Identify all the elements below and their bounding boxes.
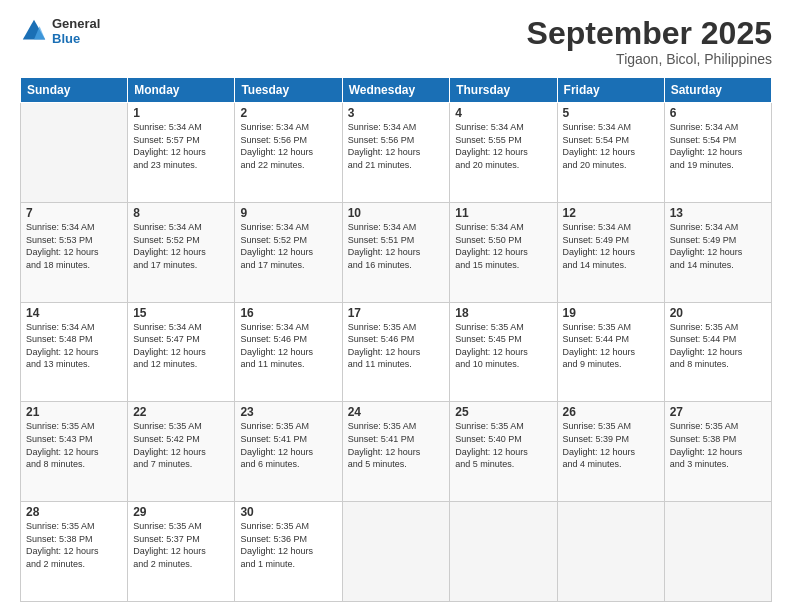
calendar-cell: 21Sunrise: 5:35 AM Sunset: 5:43 PM Dayli… (21, 402, 128, 502)
day-info: Sunrise: 5:34 AM Sunset: 5:47 PM Dayligh… (133, 321, 229, 371)
calendar-cell: 5Sunrise: 5:34 AM Sunset: 5:54 PM Daylig… (557, 103, 664, 203)
calendar-cell: 16Sunrise: 5:34 AM Sunset: 5:46 PM Dayli… (235, 302, 342, 402)
calendar-cell: 15Sunrise: 5:34 AM Sunset: 5:47 PM Dayli… (128, 302, 235, 402)
day-info: Sunrise: 5:34 AM Sunset: 5:48 PM Dayligh… (26, 321, 122, 371)
day-info: Sunrise: 5:35 AM Sunset: 5:44 PM Dayligh… (563, 321, 659, 371)
day-number: 8 (133, 206, 229, 220)
calendar-cell: 19Sunrise: 5:35 AM Sunset: 5:44 PM Dayli… (557, 302, 664, 402)
calendar-week-row: 7Sunrise: 5:34 AM Sunset: 5:53 PM Daylig… (21, 202, 772, 302)
day-info: Sunrise: 5:34 AM Sunset: 5:52 PM Dayligh… (133, 221, 229, 271)
day-number: 25 (455, 405, 551, 419)
calendar-cell: 18Sunrise: 5:35 AM Sunset: 5:45 PM Dayli… (450, 302, 557, 402)
logo-icon (20, 17, 48, 45)
day-info: Sunrise: 5:34 AM Sunset: 5:46 PM Dayligh… (240, 321, 336, 371)
calendar-cell: 17Sunrise: 5:35 AM Sunset: 5:46 PM Dayli… (342, 302, 450, 402)
day-number: 15 (133, 306, 229, 320)
day-info: Sunrise: 5:35 AM Sunset: 5:46 PM Dayligh… (348, 321, 445, 371)
day-info: Sunrise: 5:35 AM Sunset: 5:45 PM Dayligh… (455, 321, 551, 371)
day-number: 27 (670, 405, 766, 419)
day-info: Sunrise: 5:35 AM Sunset: 5:41 PM Dayligh… (240, 420, 336, 470)
day-number: 30 (240, 505, 336, 519)
day-number: 29 (133, 505, 229, 519)
calendar-cell: 27Sunrise: 5:35 AM Sunset: 5:38 PM Dayli… (664, 402, 771, 502)
calendar-cell: 11Sunrise: 5:34 AM Sunset: 5:50 PM Dayli… (450, 202, 557, 302)
day-number: 20 (670, 306, 766, 320)
day-info: Sunrise: 5:34 AM Sunset: 5:49 PM Dayligh… (670, 221, 766, 271)
header: General Blue September 2025 Tigaon, Bico… (20, 16, 772, 67)
day-info: Sunrise: 5:35 AM Sunset: 5:42 PM Dayligh… (133, 420, 229, 470)
calendar-cell: 12Sunrise: 5:34 AM Sunset: 5:49 PM Dayli… (557, 202, 664, 302)
day-number: 23 (240, 405, 336, 419)
logo: General Blue (20, 16, 100, 46)
calendar-cell: 1Sunrise: 5:34 AM Sunset: 5:57 PM Daylig… (128, 103, 235, 203)
day-number: 19 (563, 306, 659, 320)
calendar-cell: 24Sunrise: 5:35 AM Sunset: 5:41 PM Dayli… (342, 402, 450, 502)
day-number: 7 (26, 206, 122, 220)
day-number: 17 (348, 306, 445, 320)
day-number: 18 (455, 306, 551, 320)
calendar-cell: 22Sunrise: 5:35 AM Sunset: 5:42 PM Dayli… (128, 402, 235, 502)
day-number: 4 (455, 106, 551, 120)
day-info: Sunrise: 5:35 AM Sunset: 5:38 PM Dayligh… (26, 520, 122, 570)
title-block: September 2025 Tigaon, Bicol, Philippine… (527, 16, 772, 67)
day-info: Sunrise: 5:34 AM Sunset: 5:51 PM Dayligh… (348, 221, 445, 271)
day-info: Sunrise: 5:35 AM Sunset: 5:44 PM Dayligh… (670, 321, 766, 371)
calendar-cell (557, 502, 664, 602)
logo-blue: Blue (52, 31, 100, 46)
day-info: Sunrise: 5:34 AM Sunset: 5:52 PM Dayligh… (240, 221, 336, 271)
calendar-cell: 26Sunrise: 5:35 AM Sunset: 5:39 PM Dayli… (557, 402, 664, 502)
calendar-cell: 8Sunrise: 5:34 AM Sunset: 5:52 PM Daylig… (128, 202, 235, 302)
day-number: 3 (348, 106, 445, 120)
calendar-page: General Blue September 2025 Tigaon, Bico… (0, 0, 792, 612)
calendar-cell: 23Sunrise: 5:35 AM Sunset: 5:41 PM Dayli… (235, 402, 342, 502)
calendar-cell (342, 502, 450, 602)
day-info: Sunrise: 5:35 AM Sunset: 5:41 PM Dayligh… (348, 420, 445, 470)
day-info: Sunrise: 5:35 AM Sunset: 5:37 PM Dayligh… (133, 520, 229, 570)
day-number: 10 (348, 206, 445, 220)
calendar-cell: 20Sunrise: 5:35 AM Sunset: 5:44 PM Dayli… (664, 302, 771, 402)
day-info: Sunrise: 5:35 AM Sunset: 5:39 PM Dayligh… (563, 420, 659, 470)
day-number: 26 (563, 405, 659, 419)
day-number: 21 (26, 405, 122, 419)
day-number: 14 (26, 306, 122, 320)
day-info: Sunrise: 5:34 AM Sunset: 5:49 PM Dayligh… (563, 221, 659, 271)
calendar-cell: 7Sunrise: 5:34 AM Sunset: 5:53 PM Daylig… (21, 202, 128, 302)
day-number: 1 (133, 106, 229, 120)
day-number: 22 (133, 405, 229, 419)
calendar-cell (664, 502, 771, 602)
day-number: 6 (670, 106, 766, 120)
day-number: 24 (348, 405, 445, 419)
day-info: Sunrise: 5:34 AM Sunset: 5:54 PM Dayligh… (563, 121, 659, 171)
day-info: Sunrise: 5:34 AM Sunset: 5:53 PM Dayligh… (26, 221, 122, 271)
weekday-header-row: SundayMondayTuesdayWednesdayThursdayFrid… (21, 78, 772, 103)
weekday-tuesday: Tuesday (235, 78, 342, 103)
calendar-cell: 30Sunrise: 5:35 AM Sunset: 5:36 PM Dayli… (235, 502, 342, 602)
calendar-cell: 2Sunrise: 5:34 AM Sunset: 5:56 PM Daylig… (235, 103, 342, 203)
calendar-cell: 4Sunrise: 5:34 AM Sunset: 5:55 PM Daylig… (450, 103, 557, 203)
day-number: 11 (455, 206, 551, 220)
calendar-table: SundayMondayTuesdayWednesdayThursdayFrid… (20, 77, 772, 602)
weekday-monday: Monday (128, 78, 235, 103)
calendar-cell: 9Sunrise: 5:34 AM Sunset: 5:52 PM Daylig… (235, 202, 342, 302)
weekday-friday: Friday (557, 78, 664, 103)
day-number: 2 (240, 106, 336, 120)
calendar-week-row: 28Sunrise: 5:35 AM Sunset: 5:38 PM Dayli… (21, 502, 772, 602)
day-number: 13 (670, 206, 766, 220)
day-info: Sunrise: 5:35 AM Sunset: 5:43 PM Dayligh… (26, 420, 122, 470)
weekday-thursday: Thursday (450, 78, 557, 103)
day-info: Sunrise: 5:34 AM Sunset: 5:54 PM Dayligh… (670, 121, 766, 171)
day-number: 12 (563, 206, 659, 220)
weekday-sunday: Sunday (21, 78, 128, 103)
logo-text: General Blue (52, 16, 100, 46)
day-info: Sunrise: 5:34 AM Sunset: 5:50 PM Dayligh… (455, 221, 551, 271)
weekday-wednesday: Wednesday (342, 78, 450, 103)
logo-general: General (52, 16, 100, 31)
day-info: Sunrise: 5:34 AM Sunset: 5:56 PM Dayligh… (240, 121, 336, 171)
calendar-cell (450, 502, 557, 602)
calendar-cell: 28Sunrise: 5:35 AM Sunset: 5:38 PM Dayli… (21, 502, 128, 602)
day-number: 5 (563, 106, 659, 120)
day-number: 16 (240, 306, 336, 320)
calendar-week-row: 21Sunrise: 5:35 AM Sunset: 5:43 PM Dayli… (21, 402, 772, 502)
calendar-cell: 3Sunrise: 5:34 AM Sunset: 5:56 PM Daylig… (342, 103, 450, 203)
calendar-cell: 14Sunrise: 5:34 AM Sunset: 5:48 PM Dayli… (21, 302, 128, 402)
